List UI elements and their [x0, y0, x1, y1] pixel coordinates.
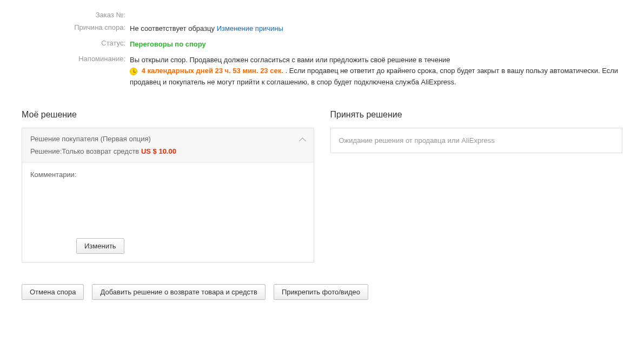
status-value: Переговоры по спору	[130, 39, 622, 50]
my-solution-column: Моё решение Решение покупателя (Первая о…	[22, 110, 314, 262]
comments-label: Комментарии:	[30, 170, 77, 179]
option-title: Решение покупателя (Первая опция)	[30, 135, 306, 143]
panel-footer: Изменить	[22, 233, 314, 262]
status-label: Статус:	[22, 39, 130, 47]
reminder-label: Напоминание:	[22, 55, 130, 63]
reason-text: Не соответствует образцу	[130, 24, 215, 32]
change-reason-link[interactable]: Изменение причины	[217, 24, 283, 32]
panel-body: Комментарии:	[22, 162, 314, 233]
dispute-info-section: Заказ №: Причина спора: Не соответствует…	[22, 11, 622, 88]
cancel-dispute-button[interactable]: Отмена спора	[22, 284, 84, 300]
reason-row: Причина спора: Не соответствует образцу …	[22, 23, 622, 35]
accept-solution-title: Принять решение	[330, 110, 623, 120]
my-solution-panel: Решение покупателя (Первая опция) Решени…	[22, 128, 314, 262]
waiting-text: Ожидание решения от продавца или AliExpr…	[339, 136, 495, 145]
clock-icon	[130, 68, 137, 75]
decision-label: Решение:	[30, 147, 62, 155]
status-row: Статус: Переговоры по спору	[22, 39, 622, 50]
waiting-panel: Ожидание решения от продавца или AliExpr…	[330, 128, 623, 153]
decision-value: Только возврат средств	[62, 147, 139, 155]
add-solution-button[interactable]: Добавить решение о возврате товара и сре…	[92, 284, 265, 300]
order-label: Заказ №:	[22, 11, 130, 19]
action-buttons-row: Отмена спора Добавить решение о возврате…	[22, 284, 622, 300]
refund-amount: US $ 10.00	[141, 147, 176, 155]
accept-solution-column: Принять решение Ожидание решения от прод…	[330, 110, 623, 262]
order-row: Заказ №:	[22, 11, 622, 19]
decision-detail: Решение:Только возврат средств US $ 10.0…	[30, 147, 306, 155]
reason-value: Не соответствует образцу Изменение причи…	[130, 23, 622, 35]
my-solution-title: Моё решение	[22, 110, 314, 120]
chevron-up-icon[interactable]	[299, 136, 306, 143]
edit-button[interactable]: Изменить	[76, 238, 124, 254]
reminder-row: Напоминание: Вы открыли спор. Продавец д…	[22, 55, 622, 88]
reminder-value: Вы открыли спор. Продавец должен согласи…	[130, 55, 622, 88]
panel-header: Решение покупателя (Первая опция) Решени…	[22, 128, 314, 162]
reason-label: Причина спора:	[22, 23, 130, 31]
reminder-text-1: Вы открыли спор. Продавец должен согласи…	[130, 56, 450, 64]
attach-media-button[interactable]: Прикрепить фото/видео	[274, 284, 368, 300]
solutions-wrapper: Моё решение Решение покупателя (Первая о…	[22, 110, 622, 262]
countdown-timer: 4 календарных дней 23 ч. 53 мин. 23 сек.	[142, 67, 283, 75]
